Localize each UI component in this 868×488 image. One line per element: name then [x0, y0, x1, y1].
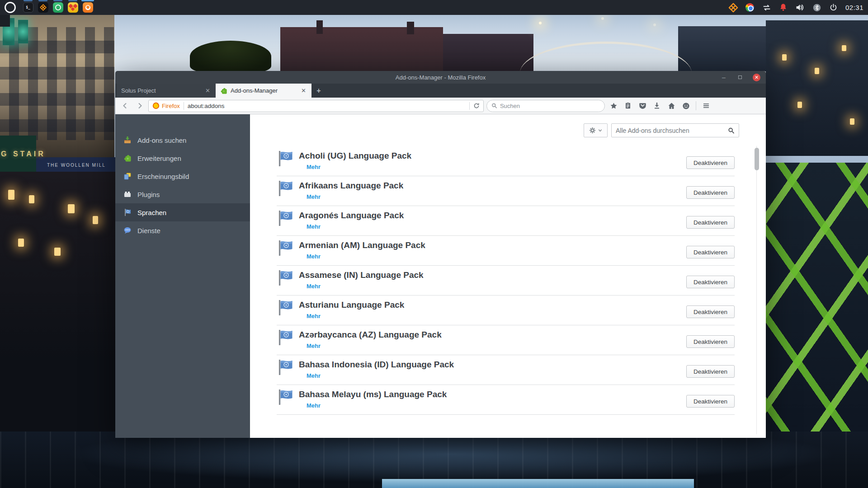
addons-search-input[interactable]	[616, 127, 728, 134]
tab-close-icon[interactable]: ✕	[300, 87, 307, 94]
panel-tray: 02:31	[728, 0, 863, 15]
addon-disable-button[interactable]: Deaktivieren	[686, 305, 735, 318]
addon-disable-button[interactable]: Deaktivieren	[686, 246, 735, 258]
sidebar-item-dienste[interactable]: Dienste	[115, 221, 250, 239]
addon-row: Azərbaycanca (AZ) Language PackMehrDeakt…	[277, 325, 735, 355]
launcher-web-browser[interactable]	[51, 0, 65, 15]
downloads-icon[interactable]	[651, 100, 663, 112]
addon-title: Bahasa Melayu (ms) Language Pack	[299, 389, 447, 400]
firefox-icon	[83, 2, 93, 13]
search-icon	[491, 103, 497, 109]
launcher-firefox[interactable]	[81, 0, 94, 15]
notifications-bell-icon[interactable]	[778, 3, 788, 13]
addon-row: Bahasa Melayu (ms) Language PackMehrDeak…	[277, 385, 735, 415]
sidebar-item-label: Erscheinungsbild	[137, 173, 189, 180]
budgie-menu-button[interactable]	[5, 2, 16, 13]
chrome-tray-icon[interactable]	[745, 3, 755, 13]
sidebar-item-sprachen[interactable]: Sprachen	[115, 203, 250, 221]
language-pack-flag-icon	[277, 329, 294, 346]
tab-bar: Solus Project ✕ Add-ons-Manager ✕ +	[115, 84, 766, 98]
desktop: G STAIR THE WOOLLEN MILL $_	[0, 0, 868, 488]
tab-label: Solus Project	[121, 87, 156, 94]
yellow-app-icon	[68, 2, 78, 13]
addon-row: Assamese (IN) Language PackMehrDeaktivie…	[277, 266, 735, 296]
addon-disable-button[interactable]: Deaktivieren	[686, 276, 735, 288]
power-icon[interactable]	[829, 3, 839, 13]
tab-addons-manager[interactable]: Add-ons-Manager ✕	[216, 84, 311, 98]
wallpaper-sign-woollen-mill: THE WOOLLEN MILL	[47, 163, 106, 168]
addon-more-link[interactable]: Mehr	[307, 283, 321, 290]
bookmarks-list-icon[interactable]	[622, 100, 634, 112]
addon-disable-button[interactable]: Deaktivieren	[686, 186, 735, 199]
sidebar-item-label: Add-ons suchen	[137, 136, 186, 144]
new-tab-button[interactable]: +	[311, 84, 326, 98]
url-text: about:addons	[188, 103, 225, 109]
addon-more-link[interactable]: Mehr	[307, 372, 321, 379]
search-bar[interactable]	[486, 100, 605, 112]
bluetooth-icon[interactable]	[812, 3, 822, 13]
bookmark-star-icon[interactable]	[608, 100, 619, 112]
chat-smiley-icon[interactable]	[680, 100, 692, 112]
addon-disable-button[interactable]: Deaktivieren	[686, 365, 735, 378]
addons-main: Acholi (UG) Language PackMehrDeaktiviere…	[250, 114, 766, 438]
menu-hamburger-icon[interactable]	[700, 100, 712, 112]
sidebar-item-plugins[interactable]: Plugins	[115, 185, 250, 203]
tab-label: Add-ons-Manager	[231, 87, 278, 94]
search-icon	[728, 127, 735, 134]
addon-title: Aragonés Language Pack	[299, 210, 404, 221]
firefox-window: Add-ons-Manager - Mozilla Firefox – ✕ So…	[115, 71, 766, 438]
addon-row: Bahasa Indonesia (ID) Language PackMehrD…	[277, 355, 735, 385]
tab-close-icon[interactable]: ✕	[204, 87, 211, 94]
search-input[interactable]	[500, 103, 600, 109]
addon-disable-button[interactable]: Deaktivieren	[686, 395, 735, 408]
launcher-terminal[interactable]: $_	[21, 0, 35, 15]
sidebar-item-erweiterungen[interactable]: Erweiterungen	[115, 149, 250, 167]
addons-sidebar: Add-ons suchenErweiterungenErscheinungsb…	[115, 114, 250, 438]
url-separator	[184, 102, 184, 110]
maximize-button[interactable]	[736, 74, 744, 81]
addon-disable-button[interactable]: Deaktivieren	[686, 216, 735, 229]
addon-more-link[interactable]: Mehr	[307, 223, 321, 230]
addon-more-link[interactable]: Mehr	[307, 313, 321, 319]
sidebar-item-label: Dienste	[137, 227, 160, 235]
url-badge-label: Firefox	[162, 103, 180, 109]
addons-search-field[interactable]	[611, 123, 739, 137]
sync-arrows-icon[interactable]	[762, 3, 772, 13]
addon-title: Afrikaans Language Pack	[299, 180, 403, 191]
dienste-icon	[123, 226, 132, 235]
addon-more-link[interactable]: Mehr	[307, 193, 321, 200]
solus-tray-icon[interactable]	[728, 3, 738, 13]
addon-list: Acholi (UG) Language PackMehrDeaktiviere…	[277, 146, 735, 415]
reload-button[interactable]	[470, 100, 483, 112]
language-pack-flag-icon	[277, 389, 294, 406]
solus-app-icon	[38, 2, 48, 13]
window-title: Add-ons-Manager - Mozilla Firefox	[396, 74, 486, 81]
tools-gear-button[interactable]	[584, 123, 608, 137]
language-pack-flag-icon	[277, 299, 294, 316]
addon-disable-button[interactable]: Deaktivieren	[686, 156, 735, 169]
launcher-solus-app[interactable]	[36, 0, 50, 15]
addons-manager-page: Add-ons suchenErweiterungenErscheinungsb…	[115, 114, 766, 438]
addon-disable-button[interactable]: Deaktivieren	[686, 335, 735, 348]
addon-more-link[interactable]: Mehr	[307, 253, 321, 260]
sidebar-item-label: Sprachen	[137, 209, 166, 216]
volume-icon[interactable]	[795, 3, 805, 13]
home-icon[interactable]	[665, 100, 677, 112]
wallpaper-windows	[0, 27, 114, 140]
pocket-icon[interactable]	[637, 100, 648, 112]
addon-more-link[interactable]: Mehr	[307, 343, 321, 349]
minimize-button[interactable]: –	[720, 74, 727, 81]
addon-title: Bahasa Indonesia (ID) Language Pack	[299, 359, 454, 370]
back-button[interactable]	[119, 100, 131, 112]
addon-more-link[interactable]: Mehr	[307, 164, 321, 170]
sidebar-item-erscheinungsbild[interactable]: Erscheinungsbild	[115, 167, 250, 185]
launcher-yellow-app[interactable]	[66, 0, 80, 15]
addon-more-link[interactable]: Mehr	[307, 402, 321, 409]
close-button[interactable]: ✕	[753, 74, 760, 81]
forward-button[interactable]	[134, 100, 146, 112]
scrollbar-thumb[interactable]	[755, 148, 759, 170]
panel-clock[interactable]: 02:31	[845, 4, 863, 11]
url-bar[interactable]: Firefox about:addons	[148, 100, 484, 112]
tab-solus-project[interactable]: Solus Project ✕	[117, 84, 216, 98]
sidebar-item-addons-suchen[interactable]: Add-ons suchen	[115, 131, 250, 149]
